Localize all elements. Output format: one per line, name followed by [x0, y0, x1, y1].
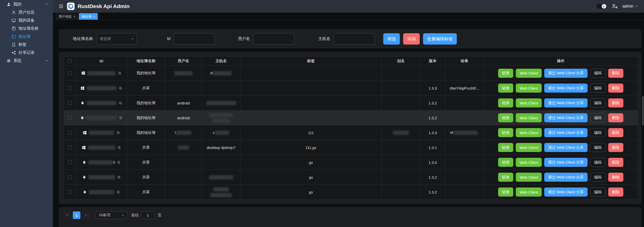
filter-button[interactable]: 筛选	[383, 33, 400, 45]
copy-icon[interactable]	[117, 161, 120, 164]
id-input[interactable]	[174, 33, 215, 45]
page-size-select[interactable]: 10条/页	[95, 211, 127, 219]
cell-id	[76, 66, 127, 81]
share-web-client-button[interactable]: 通过 Web Client 分享	[544, 113, 587, 122]
batch-edit-tags-button[interactable]: 批量编辑标签	[423, 33, 457, 45]
web-client-button[interactable]: Web Client	[516, 69, 542, 78]
delete-button[interactable]: 删除	[608, 69, 623, 78]
copy-icon[interactable]	[116, 131, 120, 134]
delete-button[interactable]: 删除	[608, 173, 623, 182]
link-button[interactable]: 链接	[498, 187, 513, 197]
delete-button[interactable]: 删除	[608, 143, 623, 152]
delete-button[interactable]: 删除	[608, 128, 623, 137]
cell-version: 1.3.2	[420, 170, 445, 184]
edit-button[interactable]: 编辑	[590, 143, 606, 152]
row-checkbox[interactable]	[68, 131, 72, 135]
username-input[interactable]	[253, 33, 294, 45]
fold-menu-icon[interactable]	[58, 4, 63, 9]
sidebar-item-share-records[interactable]: 分享记录	[0, 49, 53, 57]
link-button[interactable]: 链接	[498, 143, 513, 152]
edit-button[interactable]: 编辑	[590, 98, 606, 107]
link-button[interactable]: 链接	[498, 113, 513, 122]
hostname-input[interactable]	[334, 33, 375, 45]
share-web-client-button[interactable]: 通过 Web Client 分享	[544, 173, 587, 182]
cell-username: android	[165, 96, 202, 110]
row-checkbox[interactable]	[68, 71, 72, 75]
link-button[interactable]: 链接	[498, 69, 513, 78]
web-client-button[interactable]: Web Client	[516, 143, 542, 152]
web-client-button[interactable]: Web Client	[516, 98, 542, 107]
sidebar-item-user-info[interactable]: 用户信息	[0, 8, 53, 16]
row-checkbox[interactable]	[68, 175, 72, 179]
user-icon	[12, 10, 16, 15]
sidebar-item-system[interactable]: 系统	[0, 57, 53, 65]
copy-icon[interactable]	[119, 116, 122, 120]
row-checkbox[interactable]	[68, 190, 72, 194]
edit-button[interactable]: 编辑	[590, 84, 606, 93]
delete-button[interactable]: 删除	[608, 158, 623, 167]
edit-button[interactable]: 编辑	[590, 128, 606, 137]
row-checkbox[interactable]	[68, 86, 72, 90]
sidebar-item-tags[interactable]: 标签	[0, 41, 53, 49]
language-switch-icon[interactable]: 文A	[612, 4, 617, 9]
link-button[interactable]: 链接	[498, 173, 513, 182]
close-icon[interactable]: ×	[93, 15, 95, 18]
web-client-button[interactable]: Web Client	[516, 113, 542, 122]
prev-page-button[interactable]	[64, 211, 71, 219]
delete-button[interactable]: 删除	[608, 187, 623, 197]
edit-button[interactable]: 编辑	[590, 187, 606, 197]
copy-icon[interactable]	[117, 146, 121, 149]
copy-icon[interactable]	[119, 86, 122, 90]
share-web-client-button[interactable]: 通过 Web Client 分享	[544, 98, 587, 107]
share-web-client-button[interactable]: 通过 Web Client 分享	[544, 143, 587, 152]
select-all-checkbox[interactable]	[68, 59, 72, 63]
row-checkbox[interactable]	[68, 116, 72, 120]
copy-icon[interactable]	[117, 175, 121, 179]
edit-button[interactable]: 编辑	[590, 158, 606, 167]
delete-button[interactable]: 删除	[608, 98, 623, 107]
edit-button[interactable]: 编辑	[590, 69, 606, 78]
link-button[interactable]: 链接	[498, 158, 513, 167]
addressbook-name-select[interactable]: 请选择	[96, 33, 137, 45]
row-checkbox[interactable]	[68, 101, 72, 105]
row-checkbox[interactable]	[68, 145, 72, 149]
scrollbar-thumb[interactable]	[642, 96, 643, 125]
close-icon[interactable]: ×	[74, 15, 76, 18]
share-web-client-button[interactable]: 通过 Web Client 分享	[544, 69, 587, 78]
web-client-button[interactable]: Web Client	[516, 173, 542, 182]
web-client-button[interactable]: Web Client	[516, 84, 542, 93]
next-page-button[interactable]	[82, 211, 89, 219]
link-button[interactable]: 链接	[498, 84, 513, 93]
tab-addressbook[interactable]: 地址簿 ×	[79, 13, 98, 20]
delete-button[interactable]: 删除	[608, 113, 623, 122]
tab-user-info[interactable]: 用户信息 ×	[56, 13, 78, 20]
share-web-client-button[interactable]: 通过 Web Client 分享	[544, 84, 587, 93]
cell-username: l	[165, 125, 202, 140]
add-button[interactable]: 添加	[403, 33, 420, 45]
dark-mode-toggle[interactable]	[596, 4, 607, 9]
copy-icon[interactable]	[118, 71, 121, 75]
sidebar-item-addressbook-names[interactable]: 地址簿名称	[0, 24, 53, 32]
share-web-client-button[interactable]: 通过 Web Client 分享	[544, 158, 587, 167]
sidebar-item-addressbook[interactable]: 地址簿	[0, 32, 53, 41]
user-menu[interactable]: admin	[622, 4, 638, 9]
web-client-button[interactable]: Web Client	[516, 187, 542, 197]
web-client-button[interactable]: Web Client	[516, 158, 542, 167]
share-web-client-button[interactable]: 通过 Web Client 分享	[544, 187, 587, 197]
edit-button[interactable]: 编辑	[590, 113, 606, 122]
share-web-client-button[interactable]: 通过 Web Client 分享	[544, 128, 587, 137]
row-checkbox[interactable]	[68, 160, 72, 164]
copy-icon[interactable]	[116, 190, 120, 194]
sidebar-item-my[interactable]: 我的	[0, 0, 53, 8]
copy-icon[interactable]	[119, 101, 122, 105]
goto-page-input[interactable]	[141, 211, 155, 219]
link-button[interactable]: 链接	[498, 128, 513, 137]
edit-button[interactable]: 编辑	[590, 173, 606, 182]
web-client-button[interactable]: Web Client	[516, 128, 542, 137]
cell-hostname: desktop-3p6mjn7	[202, 140, 240, 155]
page-number-button[interactable]: 1	[73, 211, 80, 219]
redacted-text	[454, 131, 477, 135]
sidebar-item-my-devices[interactable]: 我的设备	[0, 16, 53, 24]
link-button[interactable]: 链接	[498, 98, 513, 107]
delete-button[interactable]: 删除	[608, 84, 623, 93]
